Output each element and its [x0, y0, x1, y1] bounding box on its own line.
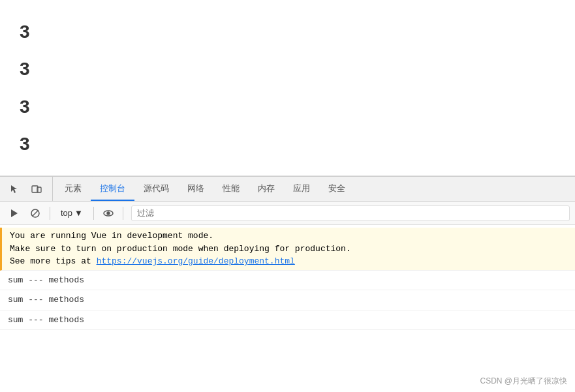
tab-memory[interactable]: 内存	[249, 177, 284, 201]
tab-elements[interactable]: 元素	[55, 177, 91, 201]
dropdown-arrow-icon: ▼	[74, 208, 83, 218]
toolbar-divider-2	[93, 207, 94, 220]
tab-performance[interactable]: 性能	[213, 177, 249, 201]
device-icon	[31, 184, 42, 194]
console-output: You are running Vue in development mode.…	[0, 225, 575, 392]
tab-sources[interactable]: 源代码	[134, 177, 178, 201]
device-toggle-button[interactable]	[27, 181, 46, 198]
svg-marker-2	[11, 209, 18, 217]
watermark: CSDN @月光晒了很凉快	[480, 376, 567, 387]
vue-warning-message: You are running Vue in development mode.…	[0, 228, 575, 271]
vue-line-3: See more tips at	[10, 256, 97, 266]
tab-icons-group	[5, 177, 53, 201]
log-item-1: sum --- methods	[0, 271, 575, 291]
vue-line-2: Make sure to turn on production mode whe…	[10, 244, 351, 254]
tab-network[interactable]: 网络	[178, 177, 213, 201]
number-item-1: 3	[20, 19, 555, 44]
tab-application[interactable]: 应用	[284, 177, 319, 201]
console-toolbar: top ▼	[0, 202, 575, 225]
svg-line-4	[33, 210, 39, 216]
tab-console[interactable]: 控制台	[91, 177, 134, 201]
devtools-tab-bar: 元素 控制台 源代码 网络 性能 内存 应用 安全	[0, 177, 575, 202]
number-item-4: 3	[20, 131, 555, 157]
eye-icon-button[interactable]	[99, 205, 117, 222]
devtools-panel: 元素 控制台 源代码 网络 性能 内存 应用 安全 top ▼	[0, 176, 575, 392]
tab-security[interactable]: 安全	[319, 177, 354, 201]
main-content: 3 3 3 3	[0, 0, 575, 176]
number-item-3: 3	[20, 94, 555, 119]
top-context-dropdown[interactable]: top ▼	[55, 206, 88, 220]
inspect-icon-button[interactable]	[5, 181, 23, 198]
log-item-3: sum --- methods	[0, 310, 575, 331]
number-item-2: 3	[20, 56, 555, 82]
filter-toggle-button[interactable]	[26, 205, 44, 222]
vue-line-1: You are running Vue in development mode.	[10, 231, 213, 241]
cursor-icon	[9, 184, 20, 194]
svg-point-6	[107, 212, 110, 215]
toolbar-divider	[50, 207, 50, 220]
eye-icon	[103, 208, 114, 219]
top-context-label: top	[61, 208, 72, 218]
block-icon	[30, 208, 40, 219]
filter-input[interactable]	[131, 205, 570, 221]
vue-deployment-link[interactable]: https://vuejs.org/guide/deployment.html	[97, 256, 295, 266]
toolbar-divider-3	[123, 207, 123, 220]
clear-console-button[interactable]	[5, 205, 23, 222]
play-icon	[9, 208, 20, 219]
log-item-2: sum --- methods	[0, 290, 575, 310]
